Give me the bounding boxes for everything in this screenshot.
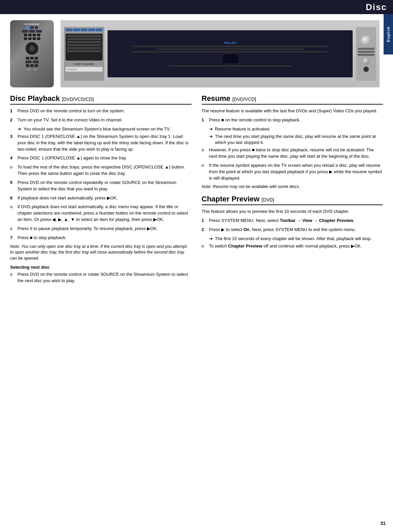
resume-bullet-symbol: o If the resume symbol appears on the TV… bbox=[202, 162, 383, 182]
step-text-7: Press ■ to stop playback. bbox=[17, 235, 192, 241]
resume-bullet-twice: o However, if you press ■ twice to stop … bbox=[202, 147, 383, 160]
chapter-preview-title: Chapter Preview [DVD] bbox=[202, 195, 383, 205]
selecting-next-disc-title: Selecting next disc bbox=[10, 265, 192, 270]
resume-note-2: ➜ The next time you start playing the sa… bbox=[209, 134, 383, 146]
step-bullet-sym-2: o bbox=[10, 204, 17, 223]
chapter-preview-section: Chapter Preview [DVD] This feature allow… bbox=[202, 195, 383, 250]
step-text-6: If playback does not start automatically… bbox=[17, 195, 192, 201]
selecting-next-disc-step: o Press DVD on the remote control or rot… bbox=[10, 271, 192, 284]
note-tray: Note: You can only open one disc tray at… bbox=[10, 244, 192, 262]
step-7: 7 Press ■ to stop playback. bbox=[10, 235, 192, 241]
step-bullet-text-3: Press II to pause playback temporarily. … bbox=[17, 226, 192, 232]
step-bullet-pause: o Press II to pause playback temporarily… bbox=[10, 226, 192, 232]
page-title: Disc bbox=[366, 2, 387, 12]
resume-step-num-1: 1 bbox=[202, 117, 209, 123]
disc-playback-title: Disc Playback [DVD/VCD/CD] bbox=[10, 94, 192, 105]
chapter-note-1: ➜ The first 10 seconds of every chapter … bbox=[209, 236, 383, 242]
step-1: 1 Press DVD on the remote control to tur… bbox=[10, 108, 192, 114]
step-number-5: 5 bbox=[10, 180, 17, 192]
remote-control-image: streamium bbox=[10, 20, 54, 87]
selecting-next-disc-bullet: o bbox=[10, 271, 17, 284]
resume-step-1: 1 Press ■ on the remote control to stop … bbox=[202, 117, 383, 123]
chapter-step-2: 2 Press ▶ to select On. Next, press SYST… bbox=[202, 227, 383, 233]
step-bullet-text-2: If DVD playback does not start automatic… bbox=[17, 204, 192, 223]
step-number-6: 6 bbox=[10, 195, 17, 201]
step-text-3: Press DISC 1 (OPEN/CLOSE ▲) on the Strea… bbox=[17, 134, 192, 153]
resume-note-1: ➜ Resume feature is activated. bbox=[209, 126, 383, 132]
two-column-layout: Disc Playback [DVD/VCD/CD] 1 Press DVD o… bbox=[0, 91, 393, 294]
arrow-sym-1: ➜ bbox=[17, 126, 24, 132]
chapter-preview-steps: 1 Press SYSTEM MENU. Next, select Toolba… bbox=[202, 218, 383, 250]
disc-playback-section: Disc Playback [DVD/VCD/CD] 1 Press DVD o… bbox=[10, 94, 192, 287]
step-text-2: Turn on your TV. Set it to the correct V… bbox=[17, 117, 192, 123]
resume-intro: The resume feature is available with the… bbox=[202, 108, 383, 114]
chapter-step-1: 1 Press SYSTEM MENU. Next, select Toolba… bbox=[202, 218, 383, 224]
step-3: 3 Press DISC 1 (OPEN/CLOSE ▲) on the Str… bbox=[10, 134, 192, 153]
disc-playback-steps: 1 Press DVD on the remote control to tur… bbox=[10, 108, 192, 241]
step-4: 4 Press DISC 1 (OPEN/CLOSE ▲) again to c… bbox=[10, 155, 192, 161]
resume-title: Resume [DVD/VCD] bbox=[202, 94, 383, 105]
step-text-4: Press DISC 1 (OPEN/CLOSE ▲) again to clo… bbox=[17, 155, 192, 161]
step-text-5: Press DVD on the remote control repeated… bbox=[17, 180, 192, 192]
page-number: 31 bbox=[380, 521, 386, 526]
page-header: Disc bbox=[0, 0, 393, 14]
device-image-area: streamium bbox=[0, 14, 393, 91]
step-bullet-sym-1: o bbox=[10, 164, 17, 177]
step-bullet-load: o To load the rest of the disc trays, pr… bbox=[10, 164, 192, 177]
step-bullet-sym-3: o bbox=[10, 226, 17, 232]
chapter-bullet-off: o To switch Chapter Preview off and cont… bbox=[202, 243, 383, 250]
resume-steps: 1 Press ■ on the remote control to stop … bbox=[202, 117, 383, 182]
step-number-1: 1 bbox=[10, 108, 17, 114]
language-tab: English bbox=[384, 14, 393, 54]
language-label: English bbox=[386, 27, 390, 42]
step-2-note: ➜ You should see the Streamium System's … bbox=[17, 126, 192, 132]
selecting-next-disc-text: Press DVD on the remote control or rotat… bbox=[17, 271, 192, 284]
step-number-2: 2 bbox=[10, 117, 17, 123]
step-2: 2 Turn on your TV. Set it to the correct… bbox=[10, 117, 192, 123]
step-6: 6 If playback does not start automatical… bbox=[10, 195, 192, 201]
step-text-1: Press DVD on the remote control to turn … bbox=[17, 108, 192, 114]
resume-step-text-1: Press ■ on the remote control to stop pl… bbox=[209, 117, 383, 123]
step-bullet-dvd: o If DVD playback does not start automat… bbox=[10, 204, 192, 223]
device-system-image: 5 DISC CHANGER Streamium PHILLIPS bbox=[61, 20, 380, 87]
step-number-3: 3 bbox=[10, 134, 17, 153]
right-column: Resume [DVD/VCD] The resume feature is a… bbox=[202, 94, 383, 287]
step-bullet-text-1: To load the rest of the disc trays, pres… bbox=[17, 164, 192, 177]
resume-section: Resume [DVD/VCD] The resume feature is a… bbox=[202, 94, 383, 190]
step-5: 5 Press DVD on the remote control repeat… bbox=[10, 180, 192, 192]
resume-note: Note: Resume may not be available with s… bbox=[202, 184, 383, 190]
chapter-preview-intro: This feature allows you to preview the f… bbox=[202, 208, 383, 215]
arrow-text-1: You should see the Streamium System's bl… bbox=[24, 126, 192, 132]
step-number-7: 7 bbox=[10, 235, 17, 241]
step-number-4: 4 bbox=[10, 155, 17, 161]
